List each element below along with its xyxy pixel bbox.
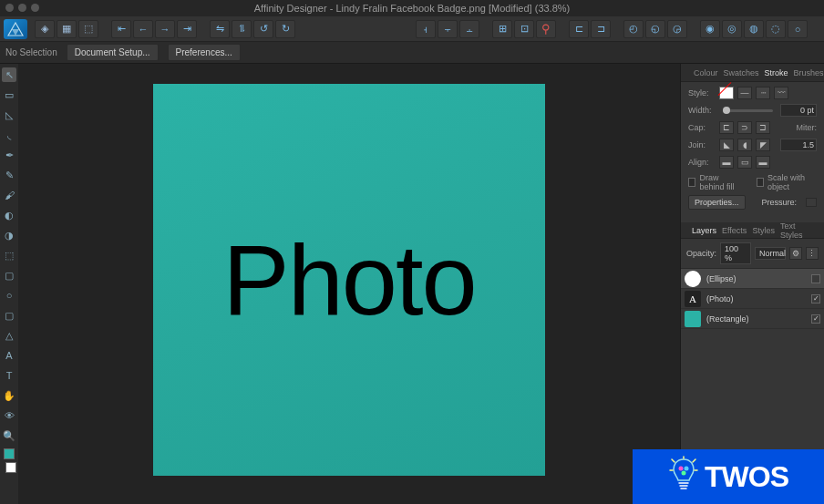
draw-behind-label: Draw behind fill: [699, 173, 744, 191]
corner-tool-button[interactable]: ◴: [623, 20, 644, 38]
stroke-style-none[interactable]: [719, 87, 734, 99]
layer-item-ellipse[interactable]: (Ellipse): [681, 269, 824, 289]
lock-button[interactable]: ⊏: [569, 20, 589, 38]
stroke-style-solid[interactable]: —: [737, 87, 752, 99]
rotate-cw-button[interactable]: ↻: [275, 20, 295, 38]
cap-label: Cap:: [688, 123, 716, 132]
persona-pixel-button[interactable]: ▦: [57, 20, 77, 38]
magnet-snap-button[interactable]: ⚲: [536, 20, 556, 38]
rectangle-tool[interactable]: ▢: [2, 268, 16, 283]
canvas[interactable]: Photo: [18, 64, 680, 504]
transparency-tool[interactable]: ◑: [2, 228, 16, 242]
boolean-subtract-button[interactable]: ◎: [722, 20, 742, 38]
join-miter[interactable]: ◣: [719, 139, 734, 151]
persona-designer-button[interactable]: ◈: [35, 20, 55, 38]
maximize-window-button[interactable]: [31, 4, 39, 12]
tab-text-styles[interactable]: Text Styles: [780, 221, 819, 240]
tab-brushes[interactable]: Brushes: [794, 68, 824, 77]
color-swatch-fg[interactable]: [4, 448, 15, 459]
minimize-window-button[interactable]: [18, 4, 26, 12]
rotate-ccw-button[interactable]: ↺: [253, 20, 273, 38]
move-tool[interactable]: ↖: [2, 67, 16, 82]
cap-square[interactable]: ⊐: [756, 121, 770, 134]
node-tool[interactable]: ◺: [2, 108, 16, 122]
color-swatch-bg[interactable]: [5, 462, 16, 473]
join-round[interactable]: ◖: [737, 139, 752, 151]
unlock-button[interactable]: ⊐: [591, 20, 611, 38]
layer-options-icon[interactable]: ⚙: [789, 247, 802, 260]
crop-tool[interactable]: ⬚: [2, 248, 16, 262]
draw-behind-checkbox[interactable]: [688, 178, 695, 187]
layer-visibility-checkbox[interactable]: [811, 274, 820, 283]
fill-tool[interactable]: ◐: [2, 208, 16, 222]
boolean-intersect-button[interactable]: ◍: [744, 20, 764, 38]
tab-swatches[interactable]: Swatches: [724, 68, 759, 77]
pencil-tool[interactable]: ✎: [2, 168, 16, 182]
triangle-tool[interactable]: △: [2, 328, 16, 343]
miter-field[interactable]: [780, 139, 817, 151]
scale-checkbox[interactable]: [757, 178, 764, 187]
document-setup-button[interactable]: Document Setup...: [67, 44, 159, 61]
align-center[interactable]: ▬: [719, 156, 734, 169]
tab-styles[interactable]: Styles: [752, 226, 775, 235]
persona-export-button[interactable]: ⬚: [78, 20, 98, 38]
align-center-button[interactable]: ⫟: [438, 20, 458, 38]
picker-tool[interactable]: ✋: [2, 388, 16, 403]
arrange-forward-button[interactable]: →: [155, 20, 175, 38]
blend-mode-dropdown[interactable]: Normal: [755, 247, 786, 260]
frame-text-tool[interactable]: T: [2, 368, 16, 383]
flip-vertical-button[interactable]: ⥮: [232, 20, 252, 38]
align-right-button[interactable]: ⫠: [459, 20, 479, 38]
layer-visibility-checkbox[interactable]: ✓: [811, 314, 820, 324]
corner-tool[interactable]: ◟: [2, 128, 16, 142]
view-tool[interactable]: 👁: [2, 408, 16, 423]
cap-butt[interactable]: ⊏: [719, 121, 734, 134]
app-icon[interactable]: [4, 19, 27, 39]
boolean-divide-button[interactable]: ◌: [766, 20, 786, 38]
artboard[interactable]: Photo: [153, 84, 545, 476]
stroke-style-brush[interactable]: 〰: [774, 87, 788, 99]
subtract-curve-button[interactable]: ◶: [667, 20, 687, 38]
align-outside[interactable]: ▬: [756, 156, 770, 169]
pressure-curve[interactable]: [806, 198, 817, 207]
flip-horizontal-button[interactable]: ⇋: [210, 20, 230, 38]
artboard-tool[interactable]: ▭: [2, 87, 16, 102]
tab-stroke[interactable]: Stroke: [765, 68, 788, 77]
ellipse-tool[interactable]: ○: [2, 288, 16, 303]
close-window-button[interactable]: [5, 4, 14, 12]
properties-button[interactable]: Properties...: [688, 195, 746, 210]
arrange-backward-button[interactable]: ←: [133, 20, 153, 38]
brush-tool[interactable]: 🖌: [2, 188, 16, 202]
join-bevel[interactable]: ◤: [756, 139, 770, 151]
tab-layers[interactable]: Layers: [692, 226, 716, 235]
align-left-button[interactable]: ⫞: [416, 20, 436, 38]
opacity-dropdown[interactable]: 100 %: [720, 242, 751, 264]
layer-more-icon[interactable]: ⋮: [806, 247, 819, 260]
window-controls: [5, 4, 39, 12]
cap-round[interactable]: ⊃: [737, 121, 752, 134]
layer-item-rectangle[interactable]: (Rectangle) ✓: [681, 309, 824, 329]
width-label: Width:: [688, 106, 716, 115]
width-slider[interactable]: [723, 109, 773, 112]
tab-colour[interactable]: Colour: [694, 68, 718, 77]
snap-toggle-button[interactable]: ⊡: [514, 20, 534, 38]
boolean-add-button[interactable]: ◉: [700, 20, 720, 38]
layer-item-photo[interactable]: A (Photo) ✓: [681, 289, 824, 309]
layer-name: (Rectangle): [706, 314, 806, 324]
width-field[interactable]: [780, 104, 817, 117]
stroke-style-dash[interactable]: ┄: [756, 87, 770, 99]
pen-tool[interactable]: ✒: [2, 148, 16, 162]
rounded-rect-tool[interactable]: ▢: [2, 308, 16, 323]
canvas-text-layer[interactable]: Photo: [222, 221, 475, 337]
boolean-combine-button[interactable]: ○: [788, 20, 808, 38]
layer-visibility-checkbox[interactable]: ✓: [811, 294, 820, 303]
arrange-back-button[interactable]: ⇤: [111, 20, 131, 38]
tab-effects[interactable]: Effects: [722, 226, 747, 235]
arrange-front-button[interactable]: ⇥: [177, 20, 197, 38]
preferences-button[interactable]: Preferences...: [168, 44, 241, 61]
text-tool[interactable]: A: [2, 348, 16, 363]
add-curve-button[interactable]: ◵: [645, 20, 665, 38]
align-inside[interactable]: ▭: [737, 156, 752, 169]
zoom-tool[interactable]: 🔍: [2, 428, 16, 443]
snap-grid-button[interactable]: ⊞: [492, 20, 512, 38]
